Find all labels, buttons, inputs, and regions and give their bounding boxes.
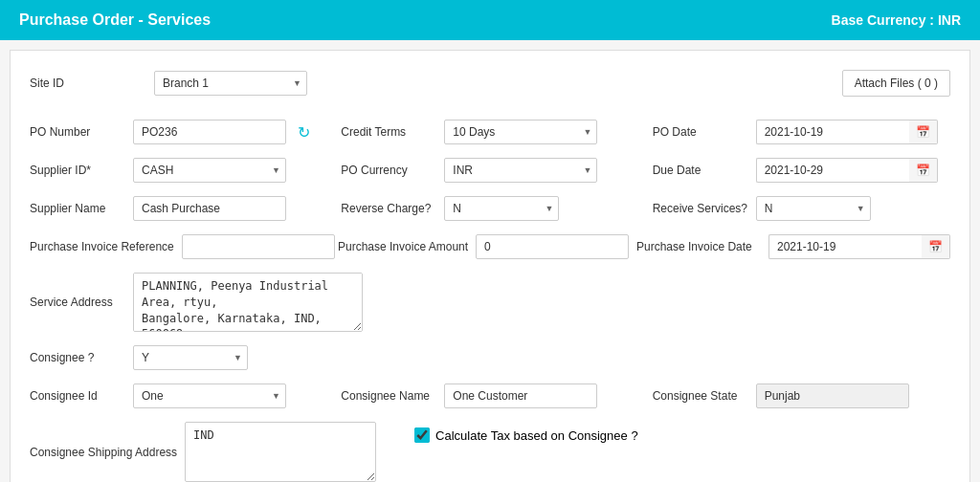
po-currency-field: PO Currency INR: [341, 158, 638, 183]
po-date-calendar-button[interactable]: 📅: [909, 120, 938, 144]
consignee-state-field: Consignee State: [653, 383, 950, 408]
credit-terms-field: Credit Terms 10 Days: [341, 120, 638, 144]
consignee-shipping-address-textarea[interactable]: IND: [185, 422, 376, 481]
reverse-charge-label: Reverse Charge?: [341, 202, 436, 215]
purchase-invoice-ref-field: Purchase Invoice Reference: [30, 234, 324, 259]
credit-terms-label: Credit Terms: [341, 125, 436, 139]
site-id-field: Site ID Branch 1: [30, 71, 307, 96]
consignee-select[interactable]: Y: [133, 345, 248, 370]
service-address-field: Service Address PLANNING, Peenya Industr…: [30, 273, 950, 332]
due-date-input[interactable]: [756, 158, 909, 183]
consignee-name-field: Consignee Name: [341, 383, 638, 408]
po-date-field: PO Date 📅: [653, 120, 950, 144]
purchase-invoice-date-wrapper: 📅: [768, 234, 950, 259]
supplier-id-select[interactable]: CASH: [133, 158, 286, 183]
consignee-id-field: Consignee Id One: [30, 383, 327, 408]
refresh-icon[interactable]: ↻: [298, 123, 310, 142]
consignee-id-select[interactable]: One: [133, 383, 286, 408]
po-date-label: PO Date: [653, 125, 748, 139]
base-currency: Base Currency : INR: [832, 12, 961, 28]
po-date-input[interactable]: [756, 120, 909, 144]
po-currency-label: PO Currency: [341, 164, 436, 177]
purchase-invoice-ref-label: Purchase Invoice Reference: [30, 240, 174, 253]
receive-services-label: Receive Services?: [653, 202, 748, 215]
attach-section: Attach Files ( 0 ): [842, 70, 950, 97]
row-po-credit-date: PO Number ↻ Credit Terms 10 Days PO Date…: [30, 120, 950, 144]
consignee-id-select-wrapper: One: [133, 383, 286, 408]
supplier-name-input[interactable]: [133, 196, 286, 221]
attach-files-button[interactable]: Attach Files ( 0 ): [842, 70, 950, 97]
consignee-field: Consignee ? Y: [30, 345, 950, 370]
receive-services-select-wrapper: N: [756, 196, 871, 221]
row-suppname-reverse-receive: Supplier Name Reverse Charge? N Receive …: [30, 196, 950, 221]
reverse-charge-field: Reverse Charge? N: [341, 196, 638, 221]
purchase-invoice-date-calendar-button[interactable]: 📅: [922, 234, 950, 259]
consignee-state-label: Consignee State: [653, 389, 748, 403]
po-number-input[interactable]: [133, 120, 286, 144]
calculate-tax-field: Calculate Tax based on Consignee ?: [414, 427, 638, 443]
consignee-select-wrapper: Y: [133, 345, 248, 370]
due-date-calendar-button[interactable]: 📅: [909, 158, 938, 183]
reverse-charge-select[interactable]: N: [444, 196, 559, 221]
calculate-tax-checkbox[interactable]: [414, 427, 430, 443]
consignee-label: Consignee ?: [30, 351, 125, 364]
supplier-name-label: Supplier Name: [30, 202, 125, 215]
site-id-select-wrapper: Branch 1: [154, 71, 307, 96]
site-row: Site ID Branch 1 Attach Files ( 0 ): [30, 70, 950, 97]
due-date-field: Due Date 📅: [653, 158, 950, 183]
po-number-label: PO Number: [30, 125, 125, 139]
supplier-id-select-wrapper: CASH: [133, 158, 286, 183]
form-section: Site ID Branch 1 Attach Files ( 0 ) PO N…: [30, 70, 950, 482]
po-currency-select-wrapper: INR: [444, 158, 597, 183]
consignee-id-label: Consignee Id: [30, 389, 125, 403]
consignee-name-label: Consignee Name: [341, 389, 436, 403]
service-address-textarea[interactable]: PLANNING, Peenya Industrial Area, rtyu, …: [133, 273, 363, 332]
form-container: Site ID Branch 1 Attach Files ( 0 ) PO N…: [10, 50, 970, 482]
consignee-shipping-address-field: Consignee Shipping Address IND: [30, 422, 376, 481]
receive-services-select[interactable]: N: [756, 196, 871, 221]
credit-terms-select-wrapper: 10 Days: [444, 120, 597, 144]
row-consignee-details: Consignee Id One Consignee Name Consigne…: [30, 383, 950, 408]
site-id-select[interactable]: Branch 1: [154, 71, 307, 96]
service-address-label: Service Address: [30, 296, 125, 309]
purchase-invoice-date-field: Purchase Invoice Date 📅: [636, 234, 950, 259]
po-date-wrapper: 📅: [756, 120, 938, 144]
due-date-wrapper: 📅: [756, 158, 938, 183]
purchase-invoice-date-label: Purchase Invoice Date: [636, 240, 761, 253]
consignee-name-input[interactable]: [444, 383, 597, 408]
consignee-shipping-address-label: Consignee Shipping Address: [30, 446, 177, 459]
purchase-invoice-amount-label: Purchase Invoice Amount: [338, 240, 468, 253]
supplier-id-label: Supplier ID*: [30, 164, 125, 177]
purchase-invoice-date-input[interactable]: [768, 234, 922, 259]
receive-services-field: Receive Services? N: [653, 196, 950, 221]
purchase-invoice-amount-input[interactable]: [476, 234, 629, 259]
row-invoice-ref-amount-date: Purchase Invoice Reference Purchase Invo…: [30, 234, 950, 259]
site-id-label: Site ID: [30, 77, 145, 90]
supplier-id-field: Supplier ID* CASH: [30, 158, 327, 183]
credit-terms-select[interactable]: 10 Days: [444, 120, 597, 144]
page-title: Purchase Order - Services: [19, 11, 211, 29]
purchase-invoice-amount-field: Purchase Invoice Amount: [338, 234, 623, 259]
calculate-tax-label: Calculate Tax based on Consignee ?: [435, 428, 638, 443]
po-number-field: PO Number ↻: [30, 120, 327, 144]
purchase-invoice-ref-input[interactable]: [182, 234, 335, 259]
po-currency-select[interactable]: INR: [444, 158, 597, 183]
page-header: Purchase Order - Services Base Currency …: [0, 0, 980, 40]
row-supplier-currency-due: Supplier ID* CASH PO Currency INR Due Da…: [30, 158, 950, 183]
reverse-charge-select-wrapper: N: [444, 196, 559, 221]
consignee-state-input: [756, 383, 909, 408]
row-shipping-tax: Consignee Shipping Address IND Calculate…: [30, 422, 950, 481]
due-date-label: Due Date: [653, 164, 748, 177]
supplier-name-field: Supplier Name: [30, 196, 327, 221]
